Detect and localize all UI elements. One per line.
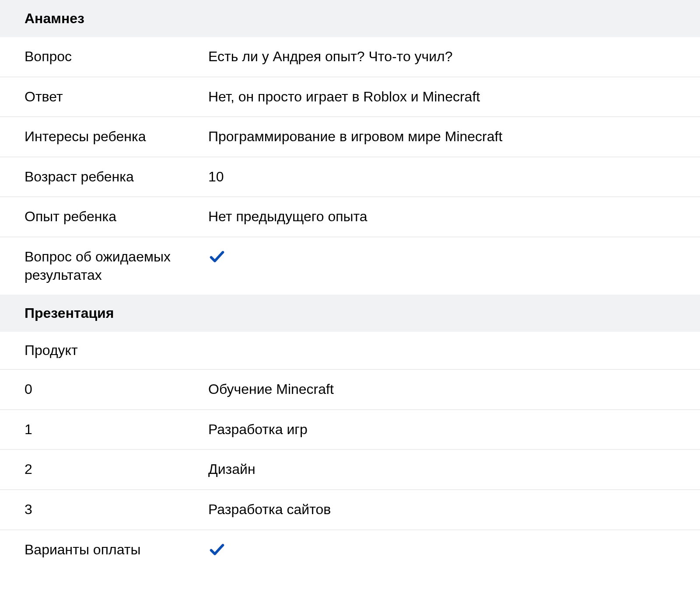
table-row: 0 Обучение Minecraft (0, 370, 700, 410)
checkmark-icon (208, 541, 226, 558)
row-label-product-1: 1 (24, 421, 208, 439)
row-label-question: Вопрос (24, 48, 208, 66)
table-row: Варианты оплаты (0, 530, 700, 574)
table-row: 2 Дизайн (0, 450, 700, 490)
section-header-anamnesis: Анамнез (0, 0, 700, 37)
row-label-age: Возраст ребенка (24, 168, 208, 186)
row-value-expected-results (208, 248, 676, 284)
row-label-expected-results: Вопрос об ожидаемых результатах (24, 248, 208, 284)
row-value-product-3: Разработка сайтов (208, 501, 676, 519)
table-row: Опыт ребенка Нет предыдущего опыта (0, 197, 700, 237)
row-value-age: 10 (208, 168, 676, 186)
table-row: Интересы ребенка Программирование в игро… (0, 117, 700, 157)
checkmark-icon (208, 248, 226, 265)
table-row: 3 Разработка сайтов (0, 490, 700, 530)
table-row: Ответ Нет, он просто играет в Roblox и M… (0, 77, 700, 118)
section-header-presentation: Презентация (0, 295, 700, 332)
row-value-experience: Нет предыдущего опыта (208, 208, 676, 226)
row-label-payment-options: Варианты оплаты (24, 541, 208, 563)
section-anamnesis: Анамнез Вопрос Есть ли у Андрея опыт? Чт… (0, 0, 700, 295)
row-label-product-2: 2 (24, 460, 208, 479)
section-presentation: Презентация Продукт 0 Обучение Minecraft… (0, 295, 700, 573)
row-value-payment-options (208, 541, 676, 563)
table-row: 1 Разработка игр (0, 410, 700, 450)
row-value-answer: Нет, он просто играет в Roblox и Minecra… (208, 88, 676, 106)
table-row: Вопрос об ожидаемых результатах (0, 237, 700, 295)
row-label-product-3: 3 (24, 501, 208, 519)
row-label-answer: Ответ (24, 88, 208, 106)
table-row: Вопрос Есть ли у Андрея опыт? Что-то учи… (0, 37, 700, 77)
row-label-experience: Опыт ребенка (24, 208, 208, 226)
row-value-product-2: Дизайн (208, 460, 676, 479)
row-value-product-1: Разработка игр (208, 421, 676, 439)
row-value-question: Есть ли у Андрея опыт? Что-то учил? (208, 48, 676, 66)
table-row: Возраст ребенка 10 (0, 157, 700, 198)
row-label-product-0: 0 (24, 380, 208, 399)
row-value-interests: Программирование в игровом мире Minecraf… (208, 128, 676, 146)
row-value-product-0: Обучение Minecraft (208, 380, 676, 399)
row-subheader-product: Продукт (0, 332, 700, 370)
row-label-interests: Интересы ребенка (24, 128, 208, 146)
